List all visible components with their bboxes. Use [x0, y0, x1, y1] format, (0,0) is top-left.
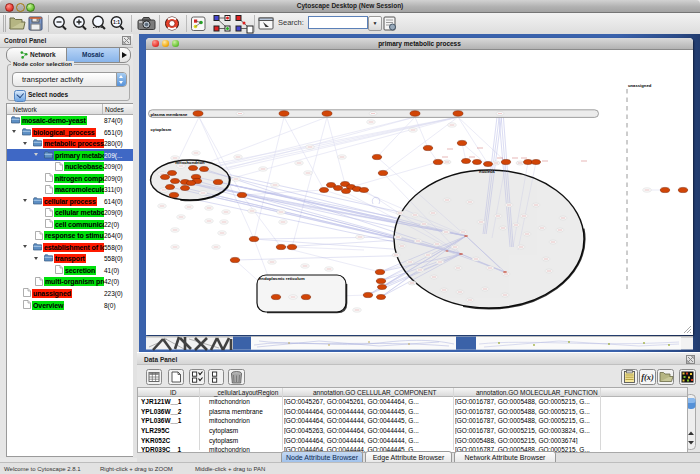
svg-text:unassigned: unassigned — [628, 83, 652, 88]
svg-text:nucleus: nucleus — [479, 169, 495, 174]
svg-text:f(x): f(x) — [641, 372, 654, 382]
svg-text:endoplasmic reticulum: endoplasmic reticulum — [259, 276, 305, 281]
svg-text:cytoplasm: cytoplasm — [151, 127, 172, 132]
svg-text:plasma membrane: plasma membrane — [151, 112, 188, 117]
svg-text:1:1: 1:1 — [113, 19, 120, 25]
